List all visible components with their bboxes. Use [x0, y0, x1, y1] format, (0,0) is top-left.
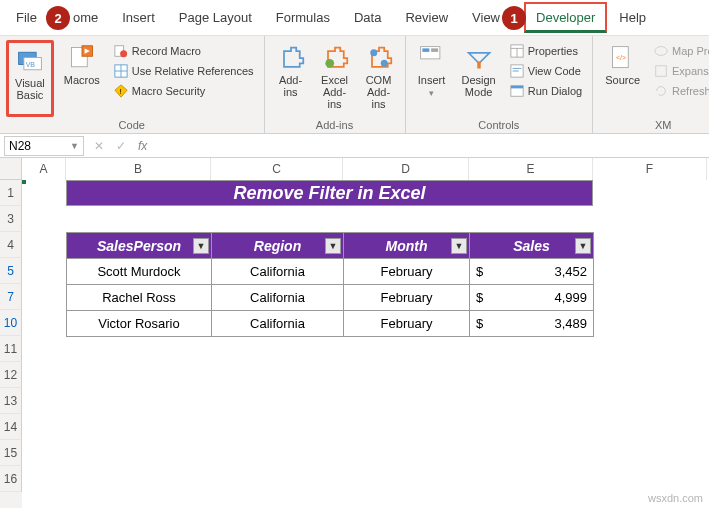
tab-formulas[interactable]: Formulas: [264, 2, 342, 33]
tab-file[interactable]: File: [4, 2, 49, 33]
cell-sales[interactable]: $4,999: [470, 285, 594, 311]
data-table: SalesPerson▼ Region▼ Month▼ Sales▼ Scott…: [66, 232, 594, 337]
cell-month[interactable]: February: [344, 259, 470, 285]
svg-point-13: [325, 59, 334, 68]
cell-person[interactable]: Rachel Ross: [67, 285, 212, 311]
row-header[interactable]: 15: [0, 440, 22, 466]
svg-point-15: [380, 60, 387, 67]
cell-sales[interactable]: $3,452: [470, 259, 594, 285]
cell-person[interactable]: Scott Murdock: [67, 259, 212, 285]
properties-icon: [510, 44, 524, 58]
group-code-label: Code: [6, 119, 258, 131]
svg-rect-32: [656, 66, 667, 77]
tab-help[interactable]: Help: [607, 2, 658, 33]
ribbon: VB Visual Basic Macros Record Macro Use …: [0, 36, 709, 134]
macros-button[interactable]: Macros: [58, 40, 106, 117]
svg-text:VB: VB: [26, 61, 36, 68]
tab-developer[interactable]: Developer: [524, 2, 607, 33]
filter-button[interactable]: ▼: [575, 238, 591, 254]
properties-button[interactable]: Properties: [506, 42, 586, 60]
grid-icon: [114, 64, 128, 78]
selection-marker: [22, 180, 26, 184]
view-code-icon: [510, 64, 524, 78]
visual-basic-label: Visual Basic: [15, 77, 45, 101]
excel-addins-icon: [321, 44, 349, 72]
addins-button[interactable]: Add- ins: [271, 40, 311, 117]
svg-text:</>: </>: [616, 54, 626, 61]
design-mode-button[interactable]: Design Mode: [456, 40, 502, 117]
expansion-button: Expansion: [650, 62, 709, 80]
row-header[interactable]: 1: [0, 180, 22, 206]
row-header[interactable]: 4: [0, 232, 22, 258]
svg-point-14: [370, 49, 377, 56]
grid-cells[interactable]: Remove Filter in Excel SalesPerson▼ Regi…: [22, 180, 709, 508]
ribbon-tabs: File 2 ome Insert Page Layout Formulas D…: [0, 0, 709, 36]
com-addins-button[interactable]: COM Add-ins: [359, 40, 399, 117]
macros-icon: [68, 44, 96, 72]
insert-button[interactable]: Insert ▾: [412, 40, 452, 117]
col-header-b[interactable]: B: [66, 158, 211, 180]
source-icon: </>: [609, 44, 637, 72]
design-mode-label: Design Mode: [462, 74, 496, 98]
row-header[interactable]: 16: [0, 466, 22, 492]
fx-icon[interactable]: fx: [138, 139, 147, 153]
filter-button-active[interactable]: ▼: [325, 238, 341, 254]
row-header[interactable]: 10: [0, 310, 22, 336]
cell-region[interactable]: California: [212, 259, 344, 285]
filter-button[interactable]: ▼: [193, 238, 209, 254]
tab-insert[interactable]: Insert: [110, 2, 167, 33]
refresh-label: Refresh D: [672, 85, 709, 97]
cell-person[interactable]: Victor Rosario: [67, 311, 212, 337]
ribbon-group-xml: </> Source Map Prop Expansion Refresh D …: [593, 36, 709, 133]
row-header[interactable]: 7: [0, 284, 22, 310]
filter-button-active[interactable]: ▼: [451, 238, 467, 254]
cell-region[interactable]: California: [212, 311, 344, 337]
col-header-e[interactable]: E: [469, 158, 593, 180]
visual-basic-icon: VB: [16, 47, 44, 75]
macros-label: Macros: [64, 74, 100, 86]
record-macro-label: Record Macro: [132, 45, 201, 57]
header-sales: Sales▼: [470, 233, 594, 259]
visual-basic-button[interactable]: VB Visual Basic: [6, 40, 54, 117]
tab-page-layout[interactable]: Page Layout: [167, 2, 264, 33]
row-header[interactable]: 3: [0, 206, 22, 232]
cell-month[interactable]: February: [344, 311, 470, 337]
source-button[interactable]: </> Source: [599, 40, 646, 117]
select-all-corner[interactable]: [0, 158, 22, 180]
name-box[interactable]: N28 ▼: [4, 136, 84, 156]
cell-region[interactable]: California: [212, 285, 344, 311]
macro-security-button[interactable]: ! Macro Security: [110, 82, 258, 100]
map-props-label: Map Prop: [672, 45, 709, 57]
svg-rect-17: [422, 48, 429, 52]
svg-rect-18: [431, 48, 438, 52]
name-box-dropdown-icon[interactable]: ▼: [70, 141, 79, 151]
run-dialog-button[interactable]: Run Dialog: [506, 82, 586, 100]
callout-1: 1: [502, 6, 526, 30]
tab-data[interactable]: Data: [342, 2, 393, 33]
svg-rect-20: [477, 62, 481, 69]
cell-month[interactable]: February: [344, 285, 470, 311]
excel-addins-label: Excel Add-ins: [321, 74, 349, 110]
header-region: Region▼: [212, 233, 344, 259]
tab-review[interactable]: Review: [393, 2, 460, 33]
row-header[interactable]: 5: [0, 258, 22, 284]
record-macro-button[interactable]: Record Macro: [110, 42, 258, 60]
row-header[interactable]: 14: [0, 414, 22, 440]
chevron-down-icon: ▾: [429, 88, 434, 98]
watermark: wsxdn.com: [648, 492, 703, 504]
view-code-button[interactable]: View Code: [506, 62, 586, 80]
excel-addins-button[interactable]: Excel Add-ins: [315, 40, 355, 117]
header-month: Month▼: [344, 233, 470, 259]
insert-controls-icon: [418, 44, 446, 72]
design-mode-icon: [465, 44, 493, 72]
row-header[interactable]: 11: [0, 336, 22, 362]
cell-sales[interactable]: $3,489: [470, 311, 594, 337]
svg-rect-28: [511, 86, 523, 89]
col-header-a[interactable]: A: [22, 158, 66, 180]
col-header-d[interactable]: D: [343, 158, 469, 180]
col-header-c[interactable]: C: [211, 158, 343, 180]
row-header[interactable]: 12: [0, 362, 22, 388]
row-header[interactable]: 13: [0, 388, 22, 414]
col-header-f[interactable]: F: [593, 158, 707, 180]
relative-refs-button[interactable]: Use Relative References: [110, 62, 258, 80]
